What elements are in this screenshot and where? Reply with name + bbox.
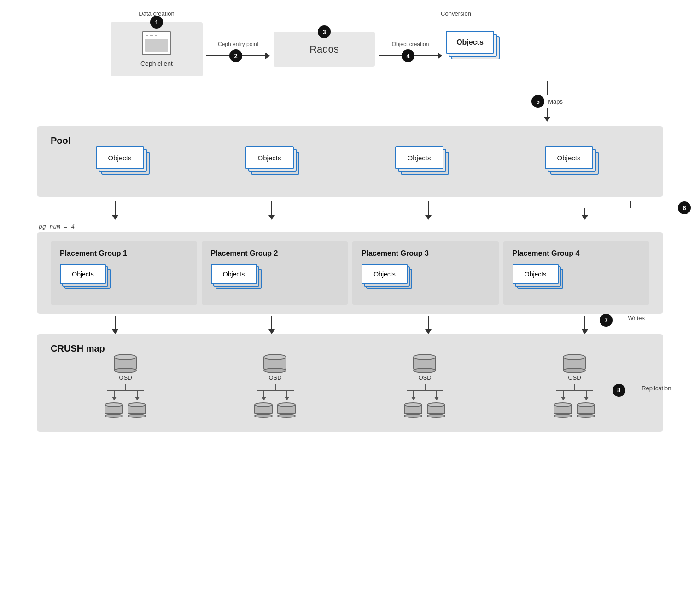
pool-objects-4: Objects xyxy=(557,154,581,162)
osd-group-4: OSD 8 Replication xyxy=(500,354,649,418)
diagram-container: Data creation Conversion 1 xyxy=(0,0,700,450)
ceph-entry-point-label: Ceph entry point xyxy=(218,41,258,47)
pool-to-pg-arrow-3 xyxy=(350,201,507,220)
pool-col-2: Objects xyxy=(245,146,305,183)
pg-3-objects: Objects xyxy=(373,270,395,278)
osd-1-label: OSD xyxy=(119,374,132,381)
pg-card-1: Placement Group 1 Objects xyxy=(51,241,197,305)
pool-section: Pool Objects Objects xyxy=(37,126,663,197)
pool-objects-2: Objects xyxy=(258,154,281,162)
osd-2-label: OSD xyxy=(268,374,281,381)
step-8-badge: 8 xyxy=(612,384,625,397)
osd-group-1: OSD xyxy=(51,354,200,418)
pool-title: Pool xyxy=(51,135,70,146)
pg-2-objects: Objects xyxy=(223,270,245,278)
pg-card-4: Placement Group 4 Objects xyxy=(503,241,650,305)
osd-3-label: OSD xyxy=(418,374,431,381)
pg-3-title: Placement Group 3 xyxy=(362,249,429,258)
step-4-badge: 4 xyxy=(402,49,414,62)
step-7-badge: 7 xyxy=(600,314,612,327)
ceph-client-box: Ceph client xyxy=(111,22,203,76)
pg-to-crush-arrow-3 xyxy=(350,316,507,334)
pool-objects-3: Objects xyxy=(408,154,431,162)
step-3-badge: 3 xyxy=(318,25,331,38)
pg-2-title: Placement Group 2 xyxy=(211,249,278,258)
pg-1-title: Placement Group 1 xyxy=(60,249,127,258)
osd-group-2: OSD xyxy=(200,354,350,418)
pool-to-pg-arrow-1 xyxy=(37,201,193,220)
pool-col-3: Objects xyxy=(395,146,455,183)
step-1-badge: 1 xyxy=(150,16,163,29)
pool-col-4: Objects xyxy=(545,146,605,183)
pg-section: Placement Group 1 Objects Placement Grou… xyxy=(37,232,663,314)
pool-to-pg-arrow-2 xyxy=(193,201,350,220)
conversion-label: Conversion xyxy=(441,10,471,17)
pool-to-pg-arrow-4: 6 CRUSH assigns xyxy=(507,201,663,220)
osd-group-3: OSD xyxy=(350,354,500,418)
pg-to-crush-arrow-1 xyxy=(37,316,193,334)
top-objects-label: Objects xyxy=(456,38,484,47)
ceph-client-label: Ceph client xyxy=(140,60,173,67)
pg-card-2: Placement Group 2 Objects xyxy=(202,241,348,305)
crush-section: CRUSH map OSD xyxy=(37,334,663,432)
pg-1-objects: Objects xyxy=(72,270,93,278)
rados-label: Rados xyxy=(309,43,339,55)
pg-to-crush-arrow-2 xyxy=(193,316,350,334)
object-creation-label: Object creation xyxy=(392,41,429,47)
crush-map-title: CRUSH map xyxy=(51,343,105,353)
pg-section-wrapper: pg_num = 4 Placement Group 1 Objects Pla… xyxy=(37,220,663,314)
step-5-badge: 5 xyxy=(531,95,544,108)
step-2-badge: 2 xyxy=(229,49,242,62)
writes-label: Writes xyxy=(628,315,645,322)
pool-col-1: Objects xyxy=(96,146,156,183)
pg-card-3: Placement Group 3 Objects xyxy=(352,241,499,305)
step-6-badge: 6 xyxy=(678,201,691,214)
pg-4-objects: Objects xyxy=(525,270,546,278)
osd-4-label: OSD xyxy=(568,374,581,381)
replication-label: Replication xyxy=(642,385,671,392)
pg-to-crush-arrow-4: 7 Writes xyxy=(507,316,663,334)
pool-objects-1: Objects xyxy=(108,154,132,162)
maps-label: Maps xyxy=(548,98,563,105)
pg-4-title: Placement Group 4 xyxy=(513,249,580,258)
pg-num-label: pg_num = 4 xyxy=(39,223,75,230)
